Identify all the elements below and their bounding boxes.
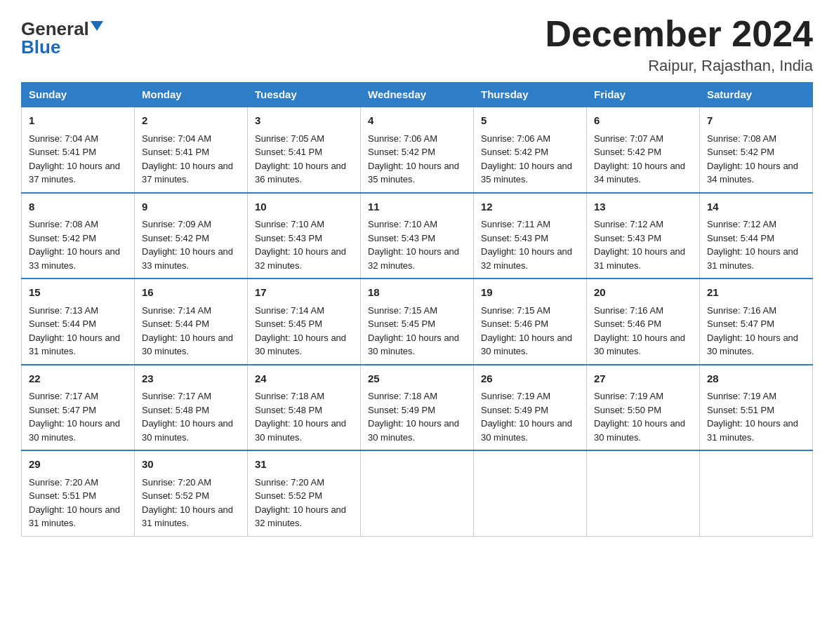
sunrise-text: Sunrise: 7:19 AM (707, 391, 776, 401)
calendar-cell: 4Sunrise: 7:06 AMSunset: 5:42 PMDaylight… (361, 107, 474, 193)
sunset-text: Sunset: 5:41 PM (142, 147, 209, 157)
calendar-cell: 29Sunrise: 7:20 AMSunset: 5:51 PMDayligh… (22, 450, 135, 536)
sunset-text: Sunset: 5:42 PM (707, 147, 774, 157)
daylight-text: Daylight: 10 hours and 30 minutes. (481, 333, 572, 357)
sunrise-text: Sunrise: 7:04 AM (142, 133, 211, 144)
daylight-text: Daylight: 10 hours and 32 minutes. (255, 246, 346, 271)
daylight-text: Daylight: 10 hours and 30 minutes. (594, 418, 685, 443)
sunset-text: Sunset: 5:42 PM (594, 147, 661, 157)
calendar-cell: 2Sunrise: 7:04 AMSunset: 5:41 PMDaylight… (135, 107, 248, 193)
sunset-text: Sunset: 5:43 PM (255, 233, 322, 243)
sunrise-text: Sunrise: 7:16 AM (707, 305, 776, 316)
calendar-cell (474, 450, 587, 536)
sunrise-text: Sunrise: 7:17 AM (142, 391, 211, 401)
day-number: 7 (707, 113, 805, 129)
daylight-text: Daylight: 10 hours and 37 minutes. (29, 161, 120, 185)
sunrise-text: Sunrise: 7:15 AM (481, 305, 550, 316)
day-number: 25 (368, 371, 466, 387)
calendar-cell: 17Sunrise: 7:14 AMSunset: 5:45 PMDayligh… (248, 279, 361, 365)
logo: General Blue (21, 14, 103, 56)
sunrise-text: Sunrise: 7:06 AM (481, 133, 550, 144)
sunset-text: Sunset: 5:52 PM (255, 490, 322, 501)
calendar-cell: 30Sunrise: 7:20 AMSunset: 5:52 PMDayligh… (135, 450, 248, 536)
calendar-cell: 23Sunrise: 7:17 AMSunset: 5:48 PMDayligh… (135, 365, 248, 451)
table-row: 29Sunrise: 7:20 AMSunset: 5:51 PMDayligh… (22, 450, 813, 536)
daylight-text: Daylight: 10 hours and 32 minutes. (255, 504, 346, 529)
calendar-cell: 18Sunrise: 7:15 AMSunset: 5:45 PMDayligh… (361, 279, 474, 365)
day-number: 19 (481, 285, 579, 301)
calendar-cell: 5Sunrise: 7:06 AMSunset: 5:42 PMDaylight… (474, 107, 587, 193)
day-number: 17 (255, 285, 353, 301)
sunrise-text: Sunrise: 7:18 AM (368, 391, 437, 401)
sunset-text: Sunset: 5:43 PM (481, 233, 548, 243)
calendar-cell: 1Sunrise: 7:04 AMSunset: 5:41 PMDaylight… (22, 107, 135, 193)
sunset-text: Sunset: 5:42 PM (368, 147, 435, 157)
sunset-text: Sunset: 5:46 PM (594, 318, 661, 329)
day-number: 12 (481, 199, 579, 215)
daylight-text: Daylight: 10 hours and 33 minutes. (142, 246, 233, 271)
sunrise-text: Sunrise: 7:11 AM (481, 219, 550, 229)
days-of-week-row: SundayMondayTuesdayWednesdayThursdayFrid… (22, 83, 813, 107)
day-number: 8 (29, 199, 127, 215)
sunset-text: Sunset: 5:51 PM (707, 405, 774, 415)
table-row: 8Sunrise: 7:08 AMSunset: 5:42 PMDaylight… (22, 193, 813, 279)
day-number: 3 (255, 113, 353, 129)
sunrise-text: Sunrise: 7:04 AM (29, 133, 98, 144)
calendar-cell: 8Sunrise: 7:08 AMSunset: 5:42 PMDaylight… (22, 193, 135, 279)
daylight-text: Daylight: 10 hours and 31 minutes. (707, 418, 798, 443)
sunrise-text: Sunrise: 7:09 AM (142, 219, 211, 229)
day-number: 5 (481, 113, 579, 129)
dow-header: Saturday (700, 83, 813, 107)
dow-header: Wednesday (361, 83, 474, 107)
day-number: 13 (594, 199, 692, 215)
sunset-text: Sunset: 5:43 PM (368, 233, 435, 243)
calendar-cell: 25Sunrise: 7:18 AMSunset: 5:49 PMDayligh… (361, 365, 474, 451)
calendar-cell: 26Sunrise: 7:19 AMSunset: 5:49 PMDayligh… (474, 365, 587, 451)
sunrise-text: Sunrise: 7:12 AM (594, 219, 663, 229)
calendar-cell: 10Sunrise: 7:10 AMSunset: 5:43 PMDayligh… (248, 193, 361, 279)
sunrise-text: Sunrise: 7:16 AM (594, 305, 663, 316)
sunset-text: Sunset: 5:46 PM (481, 318, 548, 329)
daylight-text: Daylight: 10 hours and 33 minutes. (29, 246, 120, 271)
day-number: 14 (707, 199, 805, 215)
daylight-text: Daylight: 10 hours and 30 minutes. (707, 333, 798, 357)
sunrise-text: Sunrise: 7:19 AM (481, 391, 550, 401)
daylight-text: Daylight: 10 hours and 30 minutes. (142, 333, 233, 357)
daylight-text: Daylight: 10 hours and 37 minutes. (142, 161, 233, 185)
day-number: 22 (29, 371, 127, 387)
day-number: 2 (142, 113, 240, 129)
day-number: 31 (255, 457, 353, 473)
page-title: December 2024 (545, 14, 813, 54)
daylight-text: Daylight: 10 hours and 30 minutes. (142, 418, 233, 443)
sunrise-text: Sunrise: 7:14 AM (255, 305, 324, 316)
sunrise-text: Sunrise: 7:13 AM (29, 305, 98, 316)
calendar-cell: 13Sunrise: 7:12 AMSunset: 5:43 PMDayligh… (587, 193, 700, 279)
calendar-cell: 20Sunrise: 7:16 AMSunset: 5:46 PMDayligh… (587, 279, 700, 365)
calendar-cell: 12Sunrise: 7:11 AMSunset: 5:43 PMDayligh… (474, 193, 587, 279)
sunset-text: Sunset: 5:42 PM (481, 147, 548, 157)
sunset-text: Sunset: 5:51 PM (29, 490, 96, 501)
day-number: 6 (594, 113, 692, 129)
daylight-text: Daylight: 10 hours and 31 minutes. (707, 246, 798, 271)
sunset-text: Sunset: 5:42 PM (29, 233, 96, 243)
day-number: 24 (255, 371, 353, 387)
sunset-text: Sunset: 5:43 PM (594, 233, 661, 243)
day-number: 11 (368, 199, 466, 215)
sunset-text: Sunset: 5:44 PM (142, 318, 209, 329)
day-number: 16 (142, 285, 240, 301)
daylight-text: Daylight: 10 hours and 35 minutes. (368, 161, 459, 185)
day-number: 10 (255, 199, 353, 215)
day-number: 28 (707, 371, 805, 387)
daylight-text: Daylight: 10 hours and 30 minutes. (594, 333, 685, 357)
calendar-cell (700, 450, 813, 536)
daylight-text: Daylight: 10 hours and 32 minutes. (368, 246, 459, 271)
sunrise-text: Sunrise: 7:06 AM (368, 133, 437, 144)
day-number: 20 (594, 285, 692, 301)
sunrise-text: Sunrise: 7:20 AM (29, 477, 98, 488)
table-row: 15Sunrise: 7:13 AMSunset: 5:44 PMDayligh… (22, 279, 813, 365)
sunset-text: Sunset: 5:52 PM (142, 490, 209, 501)
sunrise-text: Sunrise: 7:20 AM (142, 477, 211, 488)
sunset-text: Sunset: 5:45 PM (368, 318, 435, 329)
calendar-cell: 27Sunrise: 7:19 AMSunset: 5:50 PMDayligh… (587, 365, 700, 451)
calendar-cell: 6Sunrise: 7:07 AMSunset: 5:42 PMDaylight… (587, 107, 700, 193)
